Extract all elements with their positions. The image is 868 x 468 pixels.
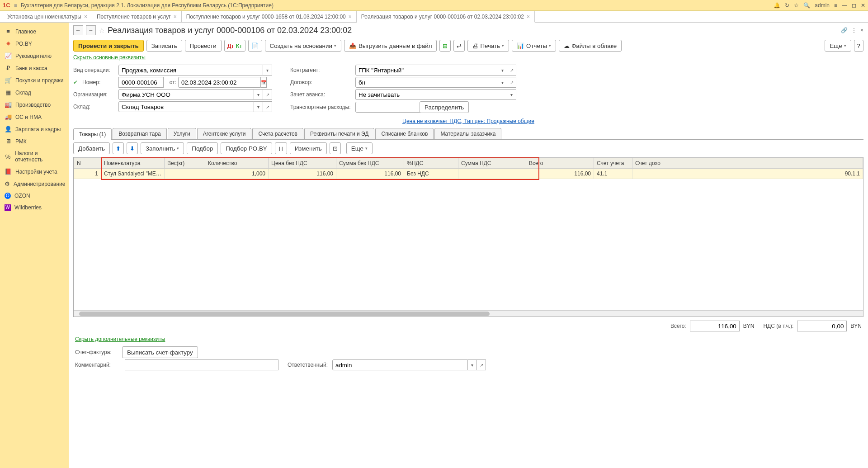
cell-total[interactable]: 116,00 [526, 169, 594, 179]
distribute-button[interactable]: Распределить [420, 101, 469, 113]
sidebar-item-settings[interactable]: 📕Настройки учета [0, 165, 69, 178]
cell-nom[interactable]: Стул Sandalyeci "ME… [101, 169, 165, 179]
post-button[interactable]: Провести [185, 40, 222, 52]
sidebar-item-admin[interactable]: ⚙Администрирование [0, 178, 69, 190]
sidebar-item-assets[interactable]: 🚚ОС и НМА [0, 111, 69, 123]
th-acc[interactable]: Счет учета [594, 158, 632, 169]
pick-poby-button[interactable]: Подбор PO.BY [221, 142, 272, 154]
sidebar-item-taxes[interactable]: %Налоги и отчетность [0, 147, 69, 165]
warehouse-input[interactable] [118, 101, 254, 112]
th-nom[interactable]: Номенклатура [101, 158, 165, 169]
sidebar-item-rmk[interactable]: 🖥РМК [0, 135, 69, 147]
tab-0[interactable]: Установка цен номенклатуры× [3, 11, 92, 22]
cell-price[interactable]: 116,00 [269, 169, 336, 179]
maximize-icon[interactable]: ◻ [852, 2, 856, 9]
date-input[interactable] [178, 77, 261, 88]
export-file-button[interactable]: 📤 Выгрузить данные в файл [344, 40, 437, 52]
sidebar-item-bank[interactable]: ₽Банк и касса [0, 62, 69, 74]
itab-agent[interactable]: Агентские услуги [197, 128, 252, 139]
hide-main-link[interactable]: Скрыть основные реквизиты [73, 54, 146, 61]
barcode-button[interactable]: ⫼ [275, 142, 287, 154]
counterparty-input[interactable] [355, 65, 498, 76]
print-form-button[interactable]: 📄 [248, 40, 262, 52]
comment-input[interactable] [125, 359, 278, 370]
doc-more-icon[interactable]: ⋮ [851, 27, 857, 33]
th-acc-income[interactable]: Счет дохо [632, 158, 863, 169]
cell-weight[interactable] [165, 169, 205, 179]
itab-accounts[interactable]: Счета расчетов [252, 128, 303, 139]
sidebar-item-poby[interactable]: ✷PO.BY [0, 38, 69, 50]
scroll-thumb[interactable] [79, 312, 490, 316]
th-sum[interactable]: Сумма без НДС [336, 158, 404, 169]
link-icon[interactable]: 🔗 [841, 27, 848, 33]
dropdown-icon[interactable]: ▾ [254, 89, 263, 100]
hide-extra-link[interactable]: Скрыть дополнительные реквизиты [75, 336, 165, 342]
sidebar-item-production[interactable]: 🏭Производство [0, 99, 69, 111]
responsible-input[interactable] [332, 359, 468, 370]
main-menu-icon[interactable]: ≡ [14, 2, 17, 9]
close-icon[interactable]: × [84, 14, 87, 20]
org-input[interactable] [118, 89, 254, 100]
itab-goods[interactable]: Товары (1) [73, 128, 112, 140]
contract-input[interactable] [355, 77, 498, 88]
exchange-button[interactable]: ⇄ [453, 40, 465, 52]
cell-acc[interactable]: 41.1 [594, 169, 632, 179]
cell-vat-pct[interactable]: Без НДС [404, 169, 458, 179]
cloud-files-button[interactable]: ☁ Файлы в облаке [559, 40, 622, 52]
add-row-button[interactable]: Добавить [73, 142, 110, 154]
total-input[interactable] [690, 321, 740, 331]
fill-button[interactable]: Заполнить▾ [141, 142, 184, 154]
inner-more-button[interactable]: Еще▾ [346, 142, 373, 154]
tab-3[interactable]: Реализация товаров и услуг 0000-000106 о… [357, 11, 535, 23]
th-vat-sum[interactable]: Сумма НДС [458, 158, 526, 169]
itab-blanks[interactable]: Списание бланков [375, 128, 434, 139]
extra-button[interactable]: ⊡ [330, 142, 341, 154]
back-button[interactable]: ← [73, 25, 83, 35]
sidebar-item-wb[interactable]: WWildberries [0, 202, 69, 213]
search-icon[interactable]: 🔍 [803, 2, 810, 9]
table-row[interactable]: 1 Стул Sandalyeci "ME… 1,000 116,00 116,… [74, 169, 863, 179]
open-icon[interactable]: ↗ [477, 359, 486, 370]
open-icon[interactable]: ↗ [263, 89, 272, 100]
open-icon[interactable]: ↗ [263, 101, 272, 112]
print-button[interactable]: 🖨 Печать▾ [467, 40, 509, 52]
move-up-button[interactable]: ⬆ [113, 142, 124, 154]
tab-2[interactable]: Поступление товаров и услуг 0000-1658 от… [182, 11, 357, 22]
horizontal-scrollbar[interactable] [74, 310, 863, 317]
advance-input[interactable] [355, 89, 507, 100]
save-button[interactable]: Записать [146, 40, 182, 52]
star-icon[interactable]: ☆ [794, 2, 799, 9]
dropdown-icon[interactable]: ▾ [498, 77, 507, 88]
create-invoice-button[interactable]: Выписать счет-фактуру [122, 346, 198, 358]
sidebar-item-warehouse[interactable]: ▦Склад [0, 86, 69, 99]
th-qty[interactable]: Количество [205, 158, 269, 169]
vat-input[interactable] [797, 321, 847, 331]
edit-row-button[interactable]: Изменить [290, 142, 327, 154]
cell-vat-sum[interactable] [458, 169, 526, 179]
dropdown-icon[interactable]: ▾ [498, 65, 507, 76]
close-window-icon[interactable]: ✕ [861, 2, 865, 9]
cell-n[interactable]: 1 [74, 169, 101, 179]
dropdown-icon[interactable]: ▾ [507, 89, 516, 100]
op-type-input[interactable] [118, 65, 263, 76]
minimize-icon[interactable]: — [842, 2, 847, 9]
favorite-icon[interactable]: ☆ [99, 26, 105, 35]
more-button[interactable]: Еще▾ [825, 40, 851, 52]
create-based-button[interactable]: Создать на основании▾ [265, 40, 341, 52]
calendar-icon[interactable]: 📅 [261, 77, 267, 88]
close-icon[interactable]: × [174, 14, 177, 20]
close-icon[interactable]: × [527, 14, 530, 20]
tab-1[interactable]: Поступление товаров и услуг× [92, 11, 182, 22]
move-down-button[interactable]: ⬇ [127, 142, 138, 154]
reports-button[interactable]: 📊 Отчеты▾ [512, 40, 556, 52]
cell-sum[interactable]: 116,00 [336, 169, 404, 179]
help-button[interactable]: ? [854, 40, 863, 52]
dtkt-button[interactable]: ДтКт [224, 40, 245, 52]
dropdown-icon[interactable]: ▾ [263, 65, 272, 76]
dropdown-icon[interactable]: ▾ [254, 101, 263, 112]
sidebar-item-ozon[interactable]: OOZON [0, 190, 69, 202]
open-icon[interactable]: ↗ [507, 77, 516, 88]
sidebar-item-main[interactable]: ≡Главное [0, 25, 69, 38]
forward-button[interactable]: → [86, 25, 96, 35]
sidebar-item-hr[interactable]: 👤Зарплата и кадры [0, 123, 69, 135]
